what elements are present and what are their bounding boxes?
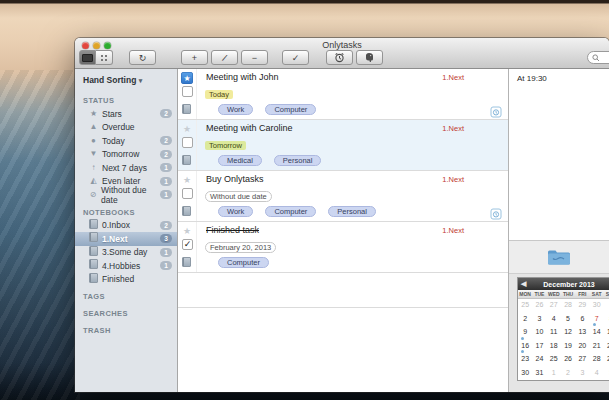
sidebar-item-stars[interactable]: ★Stars2 xyxy=(75,107,177,121)
notebook-icon xyxy=(182,151,191,169)
task-row[interactable]: ★Meeting with CarolineTomorrowMedicalPer… xyxy=(178,120,508,171)
calendar-prev-button[interactable]: ◀ xyxy=(521,278,526,290)
task-checkbox[interactable]: ✓ xyxy=(182,239,193,250)
tag-pill-work[interactable]: Work xyxy=(218,206,253,217)
calendar-day-18[interactable]: 18 xyxy=(547,340,561,354)
calendar-day-8[interactable]: 8 xyxy=(604,313,609,327)
calendar-day-27[interactable]: 27 xyxy=(575,353,589,367)
calendar-day-11[interactable]: 11 xyxy=(547,326,561,340)
task-row[interactable]: ★Buy OnlytasksWithout due dateWorkComput… xyxy=(178,171,508,222)
calendar-weekday-row: MONTUEWEDTHUFRISATSUN xyxy=(518,290,609,299)
calendar-day-5[interactable]: 5 xyxy=(561,313,575,327)
search-icon xyxy=(592,54,600,62)
calendar-day-25[interactable]: 25 xyxy=(518,299,532,313)
tag-pill-computer[interactable]: Computer xyxy=(265,206,316,217)
notebook-drop-zone[interactable] xyxy=(509,241,609,274)
empty-task-row[interactable] xyxy=(178,273,508,308)
sidebar-item-0-inbox[interactable]: 0.Inbox2 xyxy=(75,219,177,233)
sidebar-item-label: Stars xyxy=(102,109,122,119)
sidebar-item-today[interactable]: ●Today2 xyxy=(75,134,177,148)
sidebar-item-1-next[interactable]: 1.Next3 xyxy=(75,232,177,246)
calendar-day-1[interactable]: 1 xyxy=(604,299,609,313)
empty-task-area[interactable] xyxy=(178,308,508,392)
calendar-day-2[interactable]: 2 xyxy=(561,367,575,381)
tag-pill-work[interactable]: Work xyxy=(218,104,253,115)
star-icon[interactable]: ★ xyxy=(181,123,193,135)
calendar-day-28[interactable]: 28 xyxy=(589,353,603,367)
search-field[interactable] xyxy=(587,51,609,64)
calendar-day-4[interactable]: 4 xyxy=(547,313,561,327)
calendar-day-31[interactable]: 31 xyxy=(532,367,546,381)
weekday-label-sun: SUN xyxy=(604,290,609,298)
list-view-button[interactable] xyxy=(79,50,96,65)
star-icon[interactable]: ★ xyxy=(181,225,193,237)
calendar-day-16[interactable]: 16 xyxy=(518,340,532,354)
task-checkbox[interactable] xyxy=(182,86,193,97)
task-row[interactable]: ★✓Finished taskFebruary 20, 2013Computer… xyxy=(178,222,508,273)
sidebar-item-overdue[interactable]: ▲Overdue xyxy=(75,121,177,135)
task-checkbox[interactable] xyxy=(182,137,193,148)
sidebar-item-3-some-day[interactable]: 3.Some day1 xyxy=(75,246,177,260)
calendar-day-22[interactable]: 22 xyxy=(604,340,609,354)
titlebar[interactable]: Onlytasks ↻ + ∕ − ✓ xyxy=(75,38,609,69)
grid-view-button[interactable] xyxy=(96,50,113,65)
star-icon[interactable]: ★ xyxy=(181,72,193,84)
calendar-day-23[interactable]: 23 xyxy=(518,353,532,367)
calendar-day-26[interactable]: 26 xyxy=(561,353,575,367)
calendar-day-25[interactable]: 25 xyxy=(547,353,561,367)
count-badge: 1 xyxy=(160,190,172,199)
tag-pill-personal[interactable]: Personal xyxy=(328,206,376,217)
sort-dropdown[interactable]: Hand Sorting ▾ xyxy=(75,70,177,90)
calendar-day-29[interactable]: 29 xyxy=(575,299,589,313)
sidebar-item-without-due-date[interactable]: ⊘Without due date1 xyxy=(75,188,177,202)
calendar-day-20[interactable]: 20 xyxy=(575,340,589,354)
add-task-button[interactable]: + xyxy=(181,50,208,65)
calendar-day-1[interactable]: 1 xyxy=(547,367,561,381)
calendar-day-4[interactable]: 4 xyxy=(589,367,603,381)
sidebar-item-next-7-days[interactable]: ↑Next 7 days1 xyxy=(75,161,177,175)
tag-pill-medical[interactable]: Medical xyxy=(218,155,262,166)
calendar-day-9[interactable]: 9 xyxy=(518,326,532,340)
search-input[interactable] xyxy=(600,52,609,63)
calendar-day-30[interactable]: 30 xyxy=(518,367,532,381)
task-checkbox[interactable] xyxy=(182,188,193,199)
calendar-day-15[interactable]: 15 xyxy=(604,326,609,340)
calendar-day-6[interactable]: 6 xyxy=(575,313,589,327)
calendar-day-24[interactable]: 24 xyxy=(532,353,546,367)
calendar-day-3[interactable]: 3 xyxy=(532,313,546,327)
sidebar-item-4-hobbies[interactable]: 4.Hobbies1 xyxy=(75,259,177,273)
calendar-day-30[interactable]: 30 xyxy=(589,299,603,313)
remove-task-button[interactable]: − xyxy=(241,50,268,65)
calendar-day-7[interactable]: 7 xyxy=(589,313,603,327)
sidebar-item-tomorrow[interactable]: ▼Tomorrow2 xyxy=(75,148,177,162)
complete-task-button[interactable]: ✓ xyxy=(282,50,309,65)
calendar-day-19[interactable]: 19 xyxy=(561,340,575,354)
star-icon[interactable]: ★ xyxy=(181,174,193,186)
calendar-day-26[interactable]: 26 xyxy=(532,299,546,313)
tag-pill-personal[interactable]: Personal xyxy=(274,155,322,166)
calendar-day-2[interactable]: 2 xyxy=(518,313,532,327)
calendar-day-3[interactable]: 3 xyxy=(575,367,589,381)
evernote-button[interactable] xyxy=(356,50,383,65)
calendar-day-5[interactable]: 5 xyxy=(604,367,609,381)
section-header-tags: TAGS xyxy=(75,286,177,303)
tag-pill-computer[interactable]: Computer xyxy=(218,257,269,268)
reminder-button[interactable] xyxy=(326,50,353,65)
calendar-day-29[interactable]: 29 xyxy=(604,353,609,367)
toolbar: ↻ + ∕ − ✓ xyxy=(79,49,609,66)
tag-pill-computer[interactable]: Computer xyxy=(265,104,316,115)
calendar-day-13[interactable]: 13 xyxy=(575,326,589,340)
calendar-day-28[interactable]: 28 xyxy=(561,299,575,313)
calendar-day-10[interactable]: 10 xyxy=(532,326,546,340)
task-row[interactable]: ★Meeting with JohnTodayWorkComputer1.Nex… xyxy=(178,69,508,120)
calendar-day-12[interactable]: 12 xyxy=(561,326,575,340)
calendar-day-27[interactable]: 27 xyxy=(547,299,561,313)
calendar-day-14[interactable]: 14 xyxy=(589,326,603,340)
task-note[interactable]: At 19:30 xyxy=(509,69,609,241)
calendar-day-21[interactable]: 21 xyxy=(589,340,603,354)
edit-task-button[interactable]: ∕ xyxy=(211,50,238,65)
sync-button[interactable]: ↻ xyxy=(129,50,156,65)
calendar-day-17[interactable]: 17 xyxy=(532,340,546,354)
sidebar-item-finished[interactable]: Finished xyxy=(75,273,177,287)
notebook-glyph xyxy=(89,259,98,269)
